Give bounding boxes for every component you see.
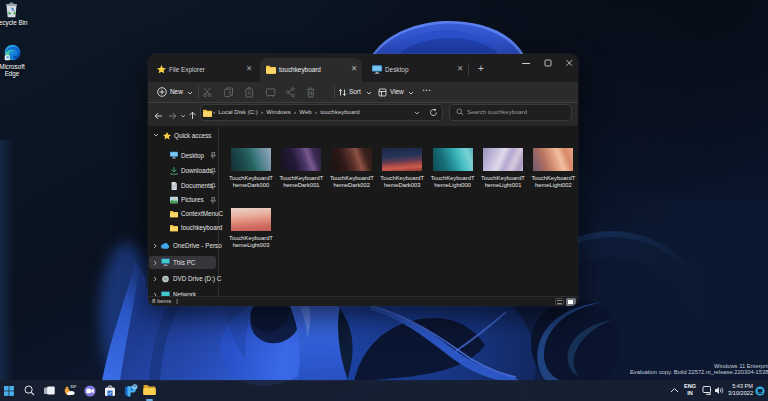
svg-text:33°: 33°	[70, 384, 77, 389]
svg-text:99: 99	[133, 384, 137, 388]
